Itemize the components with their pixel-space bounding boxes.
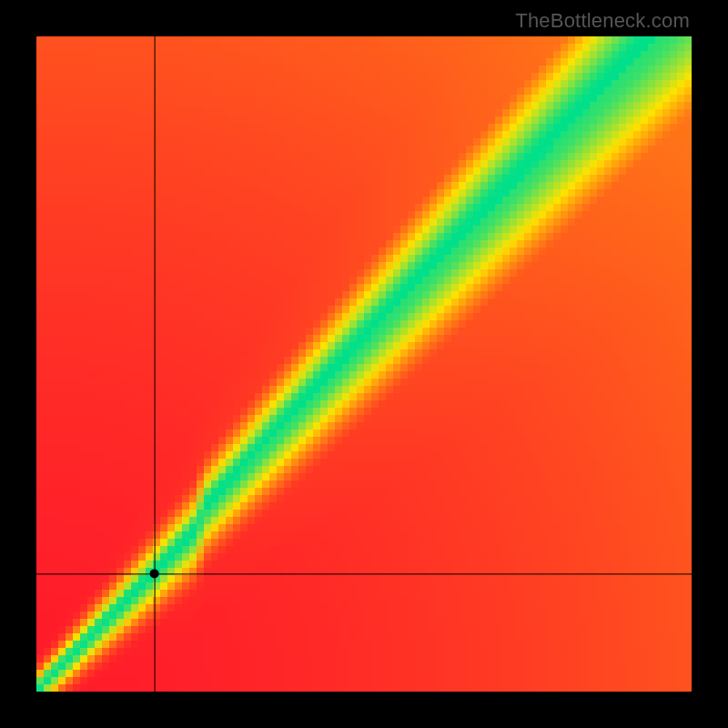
watermark-text: TheBottleneck.com	[515, 9, 690, 33]
heatmap-plot	[36, 36, 692, 692]
chart-frame: TheBottleneck.com	[0, 0, 728, 728]
heatmap-canvas	[36, 36, 692, 692]
